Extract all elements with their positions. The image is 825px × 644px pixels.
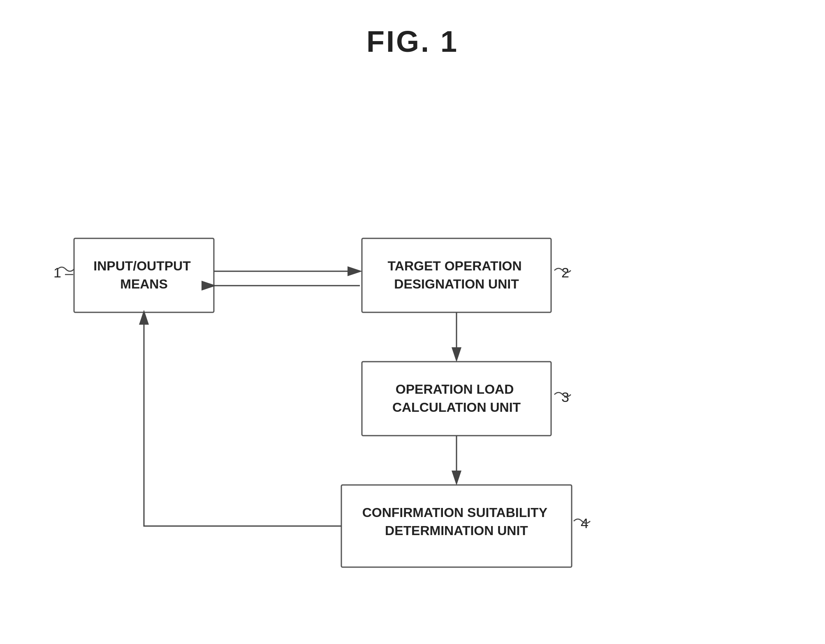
- ref3-text: 3: [561, 389, 569, 405]
- box3-rect: [362, 362, 551, 436]
- page-container: FIG. 1 INPUT/OUTPUT MEANS TARGET OPERATI…: [0, 0, 825, 644]
- arrow-box4-to-box1: [144, 312, 341, 526]
- diagram-svg: INPUT/OUTPUT MEANS TARGET OPERATION DESI…: [41, 123, 781, 616]
- box1-rect: [74, 238, 214, 312]
- figure-title: FIG. 1: [366, 25, 459, 58]
- box2-rect: [362, 238, 551, 312]
